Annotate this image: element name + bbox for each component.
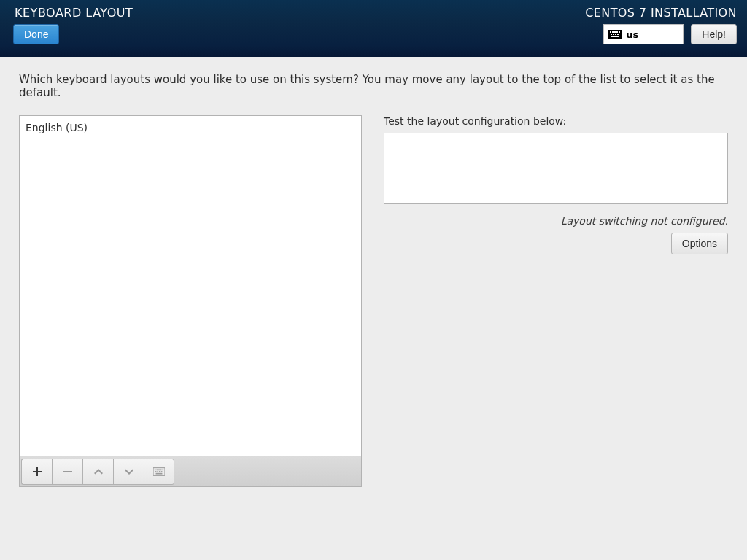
svg-rect-19 [157, 471, 158, 472]
svg-rect-2 [612, 31, 614, 33]
test-input[interactable] [384, 133, 728, 204]
move-up-button[interactable] [82, 459, 113, 485]
svg-rect-21 [161, 471, 163, 472]
remove-layout-button[interactable] [52, 459, 82, 485]
svg-rect-8 [615, 34, 616, 35]
plus-icon [31, 466, 43, 478]
page-title: KEYBOARD LAYOUT [15, 6, 133, 20]
svg-rect-13 [155, 469, 156, 470]
chevron-up-icon [93, 466, 104, 478]
columns: English (US) [19, 115, 728, 487]
svg-rect-5 [619, 31, 620, 33]
test-label: Test the layout configuration below: [384, 115, 728, 127]
move-down-button[interactable] [113, 459, 144, 485]
svg-rect-17 [162, 469, 163, 470]
keyboard-icon [608, 30, 622, 39]
header-controls: us Help! [603, 24, 737, 44]
keyboard-icon [153, 466, 165, 478]
svg-rect-7 [613, 34, 614, 35]
svg-rect-3 [614, 31, 616, 33]
switch-status-text: Layout switching not configured. [384, 215, 728, 227]
svg-rect-22 [156, 472, 163, 474]
svg-rect-10 [611, 36, 619, 37]
svg-rect-15 [158, 469, 160, 470]
left-column: English (US) [19, 115, 362, 487]
instruction-text: Which keyboard layouts would you like to… [19, 73, 728, 99]
svg-rect-18 [155, 471, 157, 472]
svg-rect-6 [611, 34, 612, 35]
layout-toolbar [19, 456, 362, 487]
list-item[interactable]: English (US) [20, 119, 361, 136]
right-column: Test the layout configuration below: Lay… [384, 115, 728, 254]
svg-rect-14 [156, 469, 158, 470]
header-left: KEYBOARD LAYOUT Done [10, 6, 133, 57]
preview-layout-button[interactable] [144, 459, 174, 485]
options-row: Options [384, 233, 728, 254]
layout-indicator[interactable]: us [603, 24, 684, 44]
svg-rect-4 [616, 31, 618, 33]
svg-rect-1 [610, 31, 611, 33]
svg-rect-20 [159, 471, 160, 472]
layout-list[interactable]: English (US) [19, 115, 362, 456]
layout-indicator-label: us [626, 29, 638, 40]
help-button[interactable]: Help! [691, 24, 737, 44]
header-right: CENTOS 7 INSTALLATION us Hel [585, 6, 737, 57]
add-layout-button[interactable] [21, 459, 52, 485]
done-button[interactable]: Done [13, 24, 59, 44]
content-area: Which keyboard layouts would you like to… [0, 57, 747, 503]
product-title: CENTOS 7 INSTALLATION [585, 6, 737, 20]
svg-rect-11 [63, 471, 72, 472]
minus-icon [62, 466, 74, 478]
options-button[interactable]: Options [671, 233, 728, 254]
svg-rect-9 [617, 34, 619, 35]
chevron-down-icon [123, 466, 135, 478]
header-bar: KEYBOARD LAYOUT Done CENTOS 7 INSTALLATI… [0, 0, 747, 57]
svg-rect-16 [160, 469, 162, 470]
